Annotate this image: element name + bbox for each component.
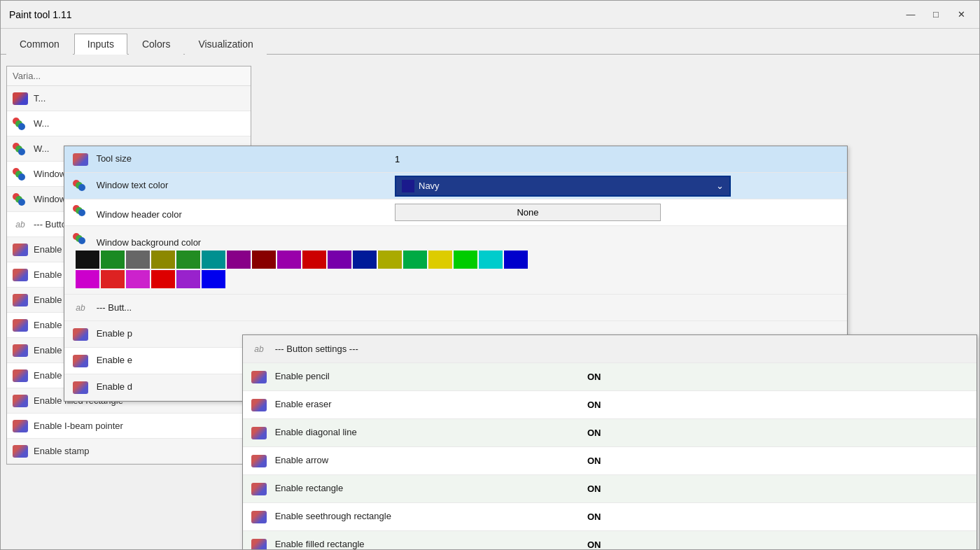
tool-icon [13,420,28,432]
list-item[interactable]: Window text color Navy ⌄ [64,173,847,199]
color-cell-black[interactable] [76,251,99,269]
tool-icon [251,399,267,411]
tab-colors[interactable]: Colors [129,34,183,55]
main-window: Paint tool 1.11 — □ ✕ Common Inputs Colo… [0,0,980,550]
ab-icon: ab [251,344,267,354]
enable-diagonal-value: ON [587,428,601,438]
enable-pencil-value: ON [587,372,601,382]
tool-icon [251,371,267,383]
color-cell-red[interactable] [302,251,326,269]
maximize-button[interactable]: □ [926,7,946,22]
list-item[interactable]: Enable pencil ON [243,363,976,391]
list-item[interactable]: W... [7,111,251,136]
enable-rectangle-value: ON [587,484,601,494]
enable-seethrough-value: ON [587,512,601,522]
color-cell-lime[interactable] [403,251,427,269]
color-palette [73,248,535,291]
layers-icon [73,180,88,192]
color-cell-orchid[interactable] [176,270,200,288]
list-item: ab --- Button settings --- [243,335,976,363]
tool-icon [73,328,88,341]
tool-icon [251,539,267,550]
layers-icon [13,193,28,206]
list-item[interactable]: Enable arrow ON [243,447,976,475]
varia-header: Varia... [7,66,251,86]
color-cell-teal[interactable] [202,251,225,269]
ab-icon: ab [13,220,28,230]
color-cell-royalblue[interactable] [202,270,225,288]
window-title: Paint tool 1.11 [9,9,72,20]
color-cell-darkviolet[interactable] [328,251,351,269]
color-dropdown[interactable]: Navy ⌄ [395,176,731,197]
enable-filled-rect-value: ON [587,540,601,549]
fg-panel: ab --- Button settings --- Enable pencil… [242,334,977,549]
enable-arrow-value: ON [587,456,601,466]
tool-icon [13,395,28,407]
tool-size-value: 1 [395,154,839,164]
minimize-button[interactable]: — [901,7,920,22]
ab-icon: ab [73,303,88,313]
color-cell-brightred[interactable] [101,270,125,288]
color-cell-blue[interactable] [504,251,528,269]
tool-icon [13,244,28,256]
tool-icon [251,511,267,523]
list-item[interactable]: Enable eraser ON [243,391,976,419]
color-cell-darkgreen[interactable] [101,251,125,269]
tool-icon [13,445,28,458]
color-cell-cyan[interactable] [479,251,503,269]
layers-icon [73,233,88,246]
chevron-down-icon: ⌄ [716,181,724,191]
tool-icon [13,369,28,382]
tool-icon [73,381,88,394]
color-cell-violet[interactable] [277,251,301,269]
color-cell-purple[interactable] [227,251,251,269]
tool-icon [13,92,28,105]
list-item[interactable]: Enable seethrough rectangle ON [243,503,976,531]
tab-inputs[interactable]: Inputs [74,34,127,55]
color-swatch [402,180,414,192]
list-item[interactable]: Enable rectangle ON [243,475,976,503]
color-cell-green[interactable] [176,251,200,269]
layers-icon [73,205,88,218]
list-item: ab --- Butt... [64,295,847,321]
tool-icon [13,269,28,281]
tab-bar: Common Inputs Colors Visualization [1,29,979,55]
close-button[interactable]: ✕ [951,7,971,22]
color-cell-crimson[interactable] [151,270,175,288]
tool-icon [251,455,267,467]
tool-icon [13,319,28,332]
enable-eraser-value: ON [587,400,601,410]
color-cell-gold[interactable] [428,251,452,269]
layers-icon [13,118,28,130]
tool-icon [73,355,88,367]
list-item[interactable]: Enable I-beam pointer [7,414,251,439]
tool-icon [251,427,267,439]
list-item[interactable]: Tool size 1 [64,146,847,173]
color-cell-magenta[interactable] [76,270,99,288]
tool-icon [13,344,28,357]
list-item[interactable]: Enable filled rectangle ON [243,531,976,549]
tool-size-icon [73,153,88,166]
tool-icon [251,483,267,495]
color-cell-maroon[interactable] [252,251,276,269]
color-cell-navy[interactable] [353,251,377,269]
layers-icon [13,143,28,155]
tab-common[interactable]: Common [6,34,73,55]
color-cell-brightgreen[interactable] [454,251,477,269]
list-item[interactable]: Enable diagonal line ON [243,419,976,447]
title-bar: Paint tool 1.11 — □ ✕ [1,1,979,29]
tab-visualization[interactable]: Visualization [185,34,266,55]
content-area: Varia... T... W... W [1,55,979,549]
list-item[interactable]: Window header color None [64,199,847,226]
color-cell-gray[interactable] [126,251,150,269]
layers-icon [13,168,28,181]
none-button[interactable]: None [395,204,661,221]
color-cell-olive[interactable] [151,251,175,269]
list-item[interactable]: T... [7,86,251,111]
list-item[interactable]: Window background color [64,226,847,295]
color-cell-hotpink[interactable] [126,270,150,288]
color-cell-yellow2[interactable] [378,251,402,269]
list-item[interactable]: Enable stamp [7,439,251,464]
tool-icon [13,294,28,306]
window-controls: — □ ✕ [901,7,971,22]
